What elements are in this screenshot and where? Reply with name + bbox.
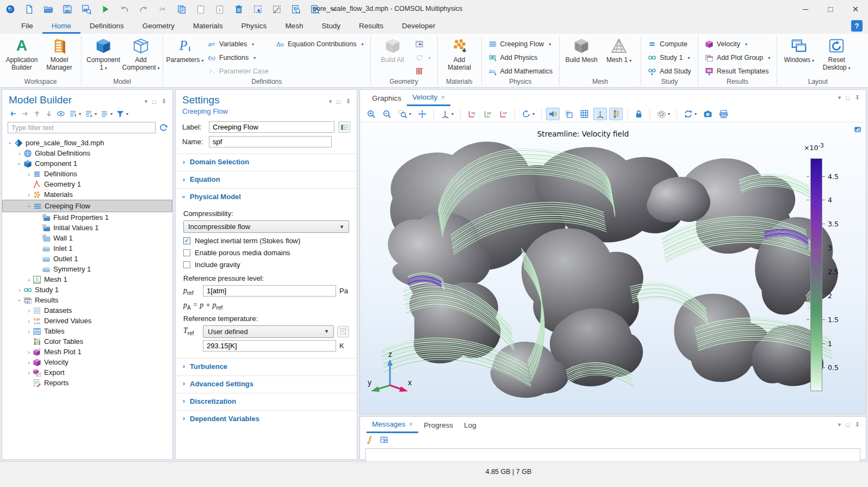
float-panel-icon[interactable]: □ <box>337 98 340 105</box>
paste-icon[interactable] <box>196 4 206 14</box>
menu-study[interactable]: Study <box>312 18 350 34</box>
name-input[interactable] <box>209 136 332 147</box>
add-plot-group-button[interactable]: Add Plot Group▾ <box>702 51 773 64</box>
velocity-button[interactable]: Velocity▾ <box>702 38 773 51</box>
section-dependent-variables[interactable]: ›Dependent Variables <box>176 410 357 427</box>
node-text-button[interactable]: ▾ <box>100 109 113 118</box>
filter-button[interactable]: ▾ <box>116 109 128 118</box>
nav-forward-button[interactable] <box>21 109 29 118</box>
reset-desktop-button[interactable]: Reset Desktop▾ <box>819 36 854 72</box>
find-icon[interactable] <box>291 4 301 14</box>
grid-button[interactable] <box>578 108 591 120</box>
duplicate-icon[interactable] <box>215 4 225 14</box>
tree-item-component-1[interactable]: ›Component 1 <box>2 158 172 169</box>
clear-selection-icon[interactable] <box>272 4 282 14</box>
menu-geometry[interactable]: Geometry <box>133 18 184 34</box>
tree-chevron-icon[interactable]: › <box>16 287 23 293</box>
pin-icon[interactable] <box>854 95 860 101</box>
menu-home[interactable]: Home <box>42 18 80 34</box>
help-button[interactable]: ? <box>851 20 863 32</box>
component-1-button[interactable]: Component 1▾ <box>85 36 121 72</box>
float-panel-icon[interactable]: □ <box>152 98 156 105</box>
messages-tab-messages[interactable]: Messages× <box>367 417 418 433</box>
float-panel-icon[interactable]: □ <box>846 95 850 101</box>
functions-button[interactable]: f(x)Functions▾ <box>204 51 271 64</box>
tree-item-pore-scale-flow-3d-mph[interactable]: ›pore_scale_flow_3d.mph <box>2 138 172 148</box>
variables-button[interactable]: a=Variables▾ <box>204 38 271 51</box>
equation-contributions-button[interactable]: ΔuEquation Contributions▾ <box>273 38 367 51</box>
zoom-in-button[interactable] <box>364 108 378 120</box>
redo-icon[interactable] <box>139 4 148 14</box>
run-icon[interactable] <box>101 4 110 14</box>
view-xy-button[interactable]: xy <box>465 108 479 120</box>
section-advanced-settings[interactable]: ›Advanced Settings <box>176 375 357 392</box>
temperature-input[interactable] <box>203 340 336 352</box>
tree-item-global-definitions[interactable]: ›Global Definitions <box>2 148 172 158</box>
save-icon[interactable] <box>63 4 72 14</box>
update-plot-button[interactable]: ▾ <box>681 108 699 120</box>
section-discretization[interactable]: ›Discretization <box>176 393 357 409</box>
add-physics-button[interactable]: Add Physics <box>486 51 556 64</box>
menu-materials[interactable]: Materials <box>184 18 232 34</box>
collapse-panel-icon[interactable]: ▾ <box>838 94 841 101</box>
move-down-button[interactable] <box>45 109 53 118</box>
close-button[interactable]: ✕ <box>843 0 868 18</box>
tree-chevron-icon[interactable]: › <box>25 171 33 177</box>
study-1-button[interactable]: Study 1▾ <box>645 51 694 64</box>
save-as-icon[interactable] <box>82 4 91 14</box>
rename-button[interactable] <box>338 121 350 133</box>
tree-item-mesh-plot-1[interactable]: ›*Mesh Plot 1 <box>2 347 172 357</box>
tree-item-wall-1[interactable]: DWall 1 <box>2 233 172 243</box>
orientation-indicator-button[interactable] <box>593 108 607 120</box>
result-templates-button[interactable]: Result Templates <box>702 65 773 78</box>
section-equation[interactable]: ›Equation <box>176 171 357 187</box>
tree-chevron-icon[interactable]: › <box>26 202 33 210</box>
add-mathematics-button[interactable]: ΔuAdd Mathematics <box>486 65 556 78</box>
minimize-button[interactable]: ─ <box>793 0 818 18</box>
tree-item-initial-values-1[interactable]: DInitial Values 1 <box>2 223 172 233</box>
show-node-button[interactable] <box>57 109 65 118</box>
tree-chevron-icon[interactable]: › <box>25 328 33 335</box>
tree-item-color-tables[interactable]: Color Tables <box>2 336 172 347</box>
color-theme-button[interactable]: ▾ <box>655 108 672 120</box>
checkbox-include-gravity[interactable]: Include gravity <box>183 261 349 269</box>
pin-icon[interactable] <box>345 98 351 104</box>
graphics-tab-graphics[interactable]: Graphics <box>367 90 407 106</box>
undo-icon[interactable] <box>120 4 129 14</box>
tree-item-results[interactable]: ›Results <box>2 295 172 305</box>
lock-button[interactable] <box>632 108 646 120</box>
menu-results[interactable]: Results <box>350 18 393 34</box>
pin-icon[interactable] <box>854 422 860 428</box>
tree-chevron-icon[interactable]: › <box>25 349 33 355</box>
tree-item-definitions[interactable]: ›Definitions <box>2 169 172 179</box>
delete-icon[interactable] <box>234 4 244 14</box>
float-panel-icon[interactable]: □ <box>846 422 850 428</box>
comsol-logo-icon[interactable] <box>5 4 15 14</box>
zoom-box-button[interactable]: ▾ <box>396 108 413 120</box>
mesh-1-button[interactable]: Mesh 1▾ <box>601 36 637 65</box>
tree-item-derived-values[interactable]: ›8.85e-12Derived Values <box>2 316 172 326</box>
tree-item-export[interactable]: ›Export <box>2 367 172 378</box>
tree-chevron-icon[interactable]: › <box>25 307 33 314</box>
tree-item-geometry-1[interactable]: Geometry 1 <box>2 179 172 189</box>
tree-chevron-icon[interactable]: › <box>25 192 33 198</box>
tree-item-velocity[interactable]: ›Velocity <box>2 357 172 367</box>
graphics-tab-velocity[interactable]: Velocity× <box>407 90 450 106</box>
messages-tab-progress[interactable]: Progress <box>418 417 458 433</box>
messages-log-area[interactable] <box>365 448 860 463</box>
print-button[interactable] <box>717 108 730 120</box>
collapse-panel-icon[interactable]: ▾ <box>838 421 841 428</box>
application-builder-button[interactable]: AApplication Builder <box>4 36 40 71</box>
checkbox-enable-porous-media-domains[interactable]: Enable porous media domains <box>183 249 349 257</box>
menu-definitions[interactable]: Definitions <box>80 18 133 34</box>
table-messages-button[interactable] <box>380 435 388 446</box>
tree-item-fluid-properties-1[interactable]: DFluid Properties 1 <box>2 212 172 223</box>
close-tab-icon[interactable]: × <box>409 420 413 428</box>
tree-chevron-icon[interactable]: › <box>25 318 33 324</box>
tree-chevron-icon[interactable]: › <box>25 359 33 366</box>
tree-item-materials[interactable]: ›Materials <box>2 189 172 200</box>
section-turbulence[interactable]: ›Turbulence <box>176 358 357 374</box>
tree-chevron-icon[interactable]: › <box>16 297 23 304</box>
graphics-canvas[interactable]: Streamline: Velocity field ×10-3 4.543.5… <box>360 122 866 414</box>
rotate-button[interactable]: ▾ <box>519 108 537 120</box>
